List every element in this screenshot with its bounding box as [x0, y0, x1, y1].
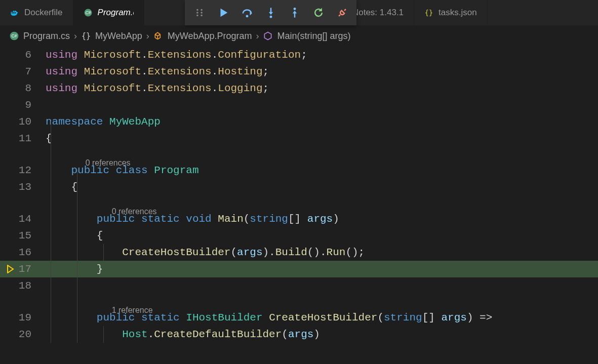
code-line: 20 Host.CreateDefaultBuilder(args) [0, 326, 598, 343]
debug-toolbar [185, 0, 356, 25]
code-line: 7 using Microsoft.Extensions.Hosting; [0, 63, 598, 80]
breadcrumb-class[interactable]: MyWebApp.Program [153, 31, 252, 42]
line-number: 7 [0, 63, 46, 80]
code-line: 16 CreateHostBuilder(args).Build().Run()… [0, 244, 598, 261]
drag-handle-icon[interactable] [188, 3, 211, 23]
breadcrumb-label: Program.cs [23, 31, 70, 42]
svg-point-7 [196, 15, 198, 17]
namespace-icon: {} [81, 31, 91, 41]
chevron-right-icon: › [145, 31, 150, 42]
svg-point-11 [293, 8, 296, 10]
svg-point-3 [196, 9, 198, 11]
breadcrumb: C# Program.cs › {} MyWebApp › MyWebApp.P… [0, 25, 598, 47]
svg-point-6 [201, 12, 203, 14]
line-number: 13 [0, 179, 46, 195]
breadcrumb-method[interactable]: Main(string[] args) [263, 31, 350, 42]
breadcrumb-label: Main(string[] args) [277, 31, 350, 42]
code-line: 9 [0, 97, 598, 113]
svg-point-4 [201, 9, 203, 11]
codelens[interactable]: 0 references [0, 147, 598, 162]
line-number: 10 [0, 113, 46, 130]
code-line: 15 { [0, 227, 598, 244]
svg-text:C#: C# [85, 11, 91, 15]
svg-point-10 [269, 16, 272, 18]
line-number: 18 [0, 277, 46, 294]
line-number: 16 [0, 244, 46, 261]
class-icon [153, 31, 164, 41]
docker-icon [10, 8, 19, 17]
line-number: 14 [0, 211, 46, 227]
code-editor[interactable]: 6 using Microsoft.Extensions.Configurati… [0, 47, 598, 343]
breadcrumb-label: MyWebApp.Program [168, 31, 252, 42]
tab-label: Program.cs [98, 8, 134, 18]
codelens[interactable]: 1 reference [0, 294, 598, 309]
step-over-button[interactable] [235, 3, 258, 23]
breadcrumb-namespace[interactable]: {} MyWebApp [81, 31, 142, 42]
svg-text:{}: {} [425, 9, 433, 17]
step-out-button[interactable] [283, 3, 306, 23]
chevron-right-icon: › [255, 31, 260, 42]
line-number: 19 [0, 309, 46, 326]
line-number: 8 [0, 80, 46, 97]
line-number: 15 [0, 227, 46, 244]
breadcrumb-file[interactable]: C# Program.cs [9, 31, 70, 42]
svg-text:C#: C# [12, 33, 17, 38]
svg-point-5 [196, 12, 198, 14]
csharp-icon: C# [84, 8, 93, 17]
tab-label: Dockerfile [24, 8, 63, 18]
line-number: 9 [0, 97, 46, 113]
line-number: 12 [0, 162, 46, 179]
line-number: 6 [0, 47, 46, 63]
tab-dockerfile[interactable]: Dockerfile [0, 0, 73, 25]
code-line: 19 public static IHostBuilder CreateHost… [0, 309, 598, 326]
method-icon [263, 31, 273, 41]
line-number: 20 [0, 326, 46, 343]
line-number: 11 [0, 130, 46, 147]
svg-text:{}: {} [82, 31, 91, 41]
restart-button[interactable] [307, 3, 330, 23]
tab-program[interactable]: C# Program.cs [73, 0, 144, 25]
json-icon: {} [424, 8, 433, 17]
code-line: 14 public static void Main(string[] args… [0, 211, 598, 227]
disconnect-button[interactable] [331, 3, 353, 23]
breadcrumb-label: MyWebApp [95, 31, 142, 42]
chevron-right-icon: › [73, 31, 78, 42]
code-line: 6 using Microsoft.Extensions.Configurati… [0, 47, 598, 63]
line-number: 17 [0, 261, 46, 277]
tab-label: tasks.json [438, 8, 477, 18]
svg-point-8 [201, 15, 203, 17]
continue-button[interactable] [212, 3, 234, 23]
code-line: 8 using Microsoft.Extensions.Logging; [0, 80, 598, 97]
tab-tasks[interactable]: {} tasks.json [414, 0, 488, 25]
svg-point-9 [246, 15, 248, 17]
csharp-icon: C# [9, 31, 19, 41]
step-into-button[interactable] [259, 3, 282, 23]
codelens[interactable]: 0 references [0, 195, 598, 211]
